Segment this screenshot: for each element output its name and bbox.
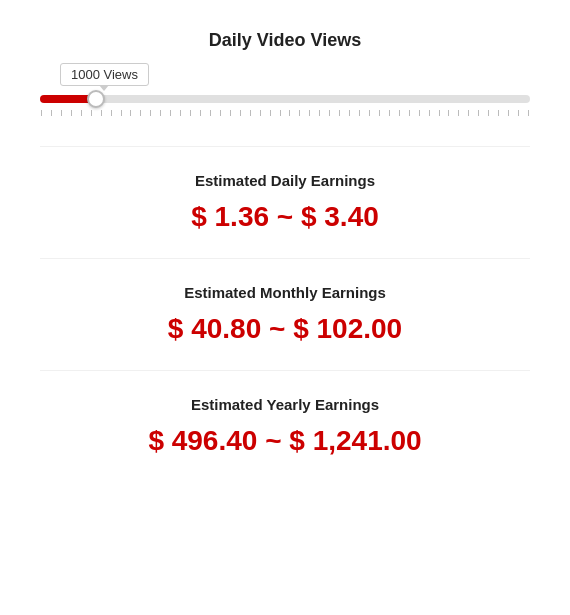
daily-earnings-label: Estimated Daily Earnings [195,172,375,189]
slider-section: Daily Video Views 1000 Views // Render t… [40,30,530,116]
tick-marks: // Render ticks inline const tickContain… [40,110,530,116]
yearly-earnings-value: $ 496.40 ~ $ 1,241.00 [148,425,421,457]
yearly-earnings-label: Estimated Yearly Earnings [191,396,379,413]
monthly-earnings-section: Estimated Monthly Earnings $ 40.80 ~ $ 1… [40,258,530,370]
daily-earnings-section: Estimated Daily Earnings $ 1.36 ~ $ 3.40 [40,146,530,258]
monthly-earnings-label: Estimated Monthly Earnings [184,284,386,301]
monthly-earnings-value: $ 40.80 ~ $ 102.00 [168,313,402,345]
views-slider[interactable] [40,95,530,103]
slider-title: Daily Video Views [209,30,361,51]
slider-tooltip: 1000 Views [60,63,149,86]
yearly-earnings-section: Estimated Yearly Earnings $ 496.40 ~ $ 1… [40,370,530,482]
daily-earnings-value: $ 1.36 ~ $ 3.40 [191,201,379,233]
